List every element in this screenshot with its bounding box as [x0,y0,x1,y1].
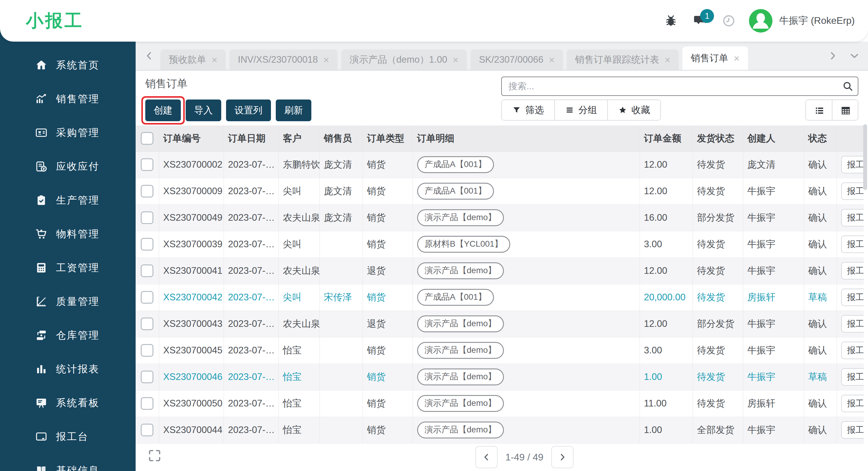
report-work-button[interactable]: 报工 [841,182,864,200]
report-work-button[interactable]: 报工 [841,156,864,173]
column-actions [837,125,864,151]
cell-customer: 尖叫 [278,284,319,311]
tab[interactable]: SK/2307/00066 × [470,50,563,70]
column-order-no[interactable]: 订单编号 [159,125,224,151]
column-order-type[interactable]: 订单类型 [363,125,412,151]
report-work-button[interactable]: 报工 [841,315,864,332]
tabs-menu-button[interactable] [847,45,861,66]
row-checkbox[interactable] [141,238,153,251]
tab[interactable]: 演示产品（demo）1.00 × [341,50,467,70]
table-row[interactable]: XS230700039 2023-07-… 尖叫 销货 原材料B【YCL001】… [135,231,864,258]
column-order-date[interactable]: 订单日期 [224,125,278,151]
sidebar-item-label: 仓库管理 [56,329,99,342]
sidebar-item[interactable]: 系统首页 [0,48,135,82]
grid-view-button[interactable] [832,100,858,120]
report-work-button[interactable]: 报工 [841,289,864,306]
sidebar-item[interactable]: 应收应付 [0,150,135,183]
app-logo[interactable]: 小报工 [26,9,84,33]
close-icon[interactable]: × [549,55,555,65]
refresh-button[interactable]: 刷新 [276,99,311,121]
filter-button[interactable]: 筛选 [502,100,554,120]
sidebar-item[interactable]: 生产管理 [0,183,135,217]
close-icon[interactable]: × [453,55,458,65]
avatar[interactable] [749,9,772,33]
close-icon[interactable]: × [212,55,217,65]
favorites-button[interactable]: 收藏 [607,100,660,120]
close-icon[interactable]: × [734,53,739,63]
quality-icon [35,295,48,308]
row-checkbox[interactable] [141,318,153,330]
table-row[interactable]: XS230700050 2023-07-… 怡宝 销货 演示产品【demo】 1… [135,390,864,417]
row-checkbox[interactable] [141,211,153,224]
report-work-button[interactable]: 报工 [841,395,864,412]
sidebar-item[interactable]: 物料管理 [0,217,135,251]
tabs-scroll-left-button[interactable] [142,45,156,66]
tab[interactable]: 销售订单跟踪统计表 × [567,50,679,70]
sidebar-item[interactable]: 仓库管理 [0,318,135,352]
sidebar-item[interactable]: 工资管理 [0,251,135,285]
row-checkbox[interactable] [141,344,153,357]
sidebar-item[interactable]: 报工台 [0,420,135,453]
vertical-scrollbar-thumb[interactable] [863,124,867,190]
table-row[interactable]: XS230700041 2023-07-… 农夫山泉 退货 演示产品【demo】… [135,258,864,284]
bug-icon[interactable] [664,14,678,28]
sidebar-item-label: 系统首页 [56,59,99,72]
row-checkbox[interactable] [141,371,153,383]
close-icon[interactable]: × [323,55,329,65]
row-checkbox[interactable] [141,264,153,277]
close-icon[interactable]: × [664,55,670,65]
messages-button[interactable]: 1 [693,14,707,28]
sidebar-item[interactable]: 系统看板 [0,386,135,420]
cell-status: 草稿 [804,284,837,311]
sidebar-item[interactable]: 质量管理 [0,285,135,318]
list-view-button[interactable] [806,100,832,120]
next-page-button[interactable] [551,446,574,468]
table-row[interactable]: XS230700049 2023-07-… 农夫山泉 庞文清 销货 演示产品【d… [135,204,864,231]
row-checkbox[interactable] [141,185,153,198]
report-work-button[interactable]: 报工 [841,209,864,227]
report-work-button[interactable]: 报工 [841,262,864,279]
table-row[interactable]: XS230700042 2023-07-… 尖叫 宋传泽 销货 产成品A【001… [135,284,864,311]
sidebar-item[interactable]: 基础信息 [0,453,135,471]
table-row[interactable]: XS230700044 2023-07-… 怡宝 销货 演示产品【demo】 1… [135,417,864,443]
select-all-checkbox[interactable] [141,132,153,145]
table-row[interactable]: XS230700045 2023-07-… 怡宝 销货 演示产品【demo】 3… [135,337,864,364]
row-checkbox[interactable] [141,424,153,436]
search-icon[interactable] [842,81,854,92]
row-checkbox[interactable] [141,291,153,304]
clock-icon[interactable] [722,14,736,28]
tab[interactable]: INV/XS/230700018 × [229,50,338,70]
group-by-button[interactable]: 分组 [554,100,607,120]
column-ship-status[interactable]: 发货状态 [692,125,743,151]
table-row[interactable]: XS230700009 2023-07-… 尖叫 庞文清 销货 产成品A【001… [135,178,864,204]
row-checkbox[interactable] [141,158,153,171]
create-button[interactable]: 创建 [145,99,181,121]
row-checkbox[interactable] [141,397,153,410]
column-creator[interactable]: 创建人 [743,125,804,151]
tab[interactable]: 销售订单 × [682,47,748,70]
table-row[interactable]: XS230700002 2023-07-… 东鹏特饮 庞文清 销货 产成品A【0… [135,151,864,178]
column-order-amount[interactable]: 订单金额 [640,125,692,151]
search-input[interactable] [501,77,858,96]
table-row[interactable]: XS230700043 2023-07-… 农夫山泉 退货 演示产品【demo】… [135,311,864,337]
sidebar-item[interactable]: 销售管理 [0,82,135,116]
column-status[interactable]: 状态 [804,125,837,151]
report-work-button[interactable]: 报工 [841,368,864,386]
sidebar-item[interactable]: 统计报表 [0,352,135,386]
fullscreen-expand-icon[interactable] [147,448,162,463]
import-button[interactable]: 导入 [186,99,221,121]
column-order-detail[interactable]: 订单明细 [412,125,640,151]
cell-ship-status: 待发货 [692,178,743,204]
sidebar-item[interactable]: 采购管理 [0,116,135,150]
set-columns-button[interactable]: 设置列 [226,99,271,121]
column-salesperson[interactable]: 销售员 [319,125,363,151]
table-row[interactable]: XS230700046 2023-07-… 怡宝 销货 演示产品【demo】 1… [135,364,864,390]
column-customer[interactable]: 客户 [278,125,319,151]
prev-page-button[interactable] [475,446,498,468]
tab[interactable]: 预收款单 × [160,50,226,70]
user-name[interactable]: 牛振宇 (RokeErp) [779,14,855,27]
tabs-scroll-right-button[interactable] [826,45,840,66]
report-work-button[interactable]: 报工 [841,342,864,359]
report-work-button[interactable]: 报工 [841,235,864,253]
report-work-button[interactable]: 报工 [841,421,864,439]
